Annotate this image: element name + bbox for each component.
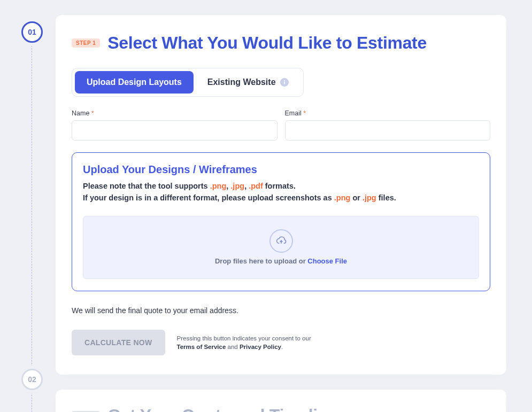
email-required-star: * <box>303 110 306 117</box>
timeline-line <box>32 43 32 412</box>
step-2-card: STEP 2 Get Your Quote and Timeline <box>56 390 506 412</box>
step-marker-1-label: 01 <box>28 28 36 36</box>
name-label: Name * <box>72 110 277 117</box>
upload-note-post: formats. <box>263 182 296 190</box>
step-1-header: STEP 1 Select What You Would Like to Est… <box>72 33 490 53</box>
step-2-title: Get Your Quote and Timeline <box>107 406 337 412</box>
tab-existing-website[interactable]: Existing Website <box>196 71 300 94</box>
terms-of-service-link[interactable]: Terms of Service <box>177 344 226 350</box>
upload-note-comma2: , <box>244 182 249 190</box>
ext-pdf: .pdf <box>249 182 263 190</box>
step-1-badge: STEP 1 <box>72 38 100 48</box>
upload-formats-note: Please note that the tool supports .png,… <box>83 180 479 192</box>
ext-png: .png <box>210 182 227 190</box>
email-field-wrap: Email * <box>285 110 491 141</box>
file-dropzone[interactable]: Drop files here to upload or Choose File <box>83 216 479 279</box>
consent-pre: Pressing this button indicates your cons… <box>177 335 311 341</box>
dropzone-text: Drop files here to upload or Choose File <box>215 257 347 265</box>
step-2-header: STEP 2 Get Your Quote and Timeline <box>72 406 490 412</box>
consent-and: and <box>226 344 240 350</box>
consent-text: Pressing this button indicates your cons… <box>177 334 311 351</box>
estimate-type-tabs: Upload Design Layouts Existing Website <box>72 68 304 97</box>
upload-icon <box>269 229 293 253</box>
privacy-policy-link[interactable]: Privacy Policy <box>240 344 281 350</box>
action-row: CALCULATE NOW Pressing this button indic… <box>72 330 490 355</box>
ext-jpg: .jpg <box>230 182 244 190</box>
upload-note2-post: files. <box>376 193 396 202</box>
ext-png-2: .png <box>334 193 351 202</box>
step-1-card: STEP 1 Select What You Would Like to Est… <box>56 15 506 375</box>
email-input[interactable] <box>285 120 491 141</box>
email-quote-note: We will send the final quote to your ema… <box>72 306 490 315</box>
email-label: Email * <box>285 110 491 117</box>
step-marker-2-label: 02 <box>28 375 36 384</box>
upload-panel: Upload Your Designs / Wireframes Please … <box>72 152 490 291</box>
drop-text-pre: Drop files here to upload or <box>215 257 307 265</box>
info-icon[interactable] <box>280 78 289 87</box>
tab-upload-layouts-label: Upload Design Layouts <box>87 77 182 87</box>
svg-rect-1 <box>284 82 285 84</box>
upload-note2-or: or <box>350 193 363 202</box>
email-label-text: Email <box>285 110 302 117</box>
svg-point-0 <box>283 80 284 81</box>
name-input[interactable] <box>72 120 277 141</box>
upload-note2-pre: If your design is in a different format,… <box>83 193 334 202</box>
upload-note-pre: Please note that the tool supports <box>83 182 210 190</box>
step-1-title: Select What You Would Like to Estimate <box>107 33 427 53</box>
step-marker-1: 01 <box>21 21 43 43</box>
name-required-star: * <box>91 110 94 117</box>
upload-heading: Upload Your Designs / Wireframes <box>83 164 479 176</box>
name-label-text: Name <box>72 110 89 117</box>
tab-upload-layouts[interactable]: Upload Design Layouts <box>75 71 194 94</box>
tab-existing-website-label: Existing Website <box>207 77 276 87</box>
contact-row: Name * Email * <box>72 110 490 141</box>
consent-dot: . <box>281 344 283 350</box>
upload-alt-format-note: If your design is in a different format,… <box>83 192 479 204</box>
name-field-wrap: Name * <box>72 110 277 141</box>
ext-jpg-2: .jpg <box>363 193 376 202</box>
step-marker-2: 02 <box>21 369 43 390</box>
choose-file-link[interactable]: Choose File <box>307 257 347 265</box>
calculate-now-button[interactable]: CALCULATE NOW <box>72 330 165 355</box>
